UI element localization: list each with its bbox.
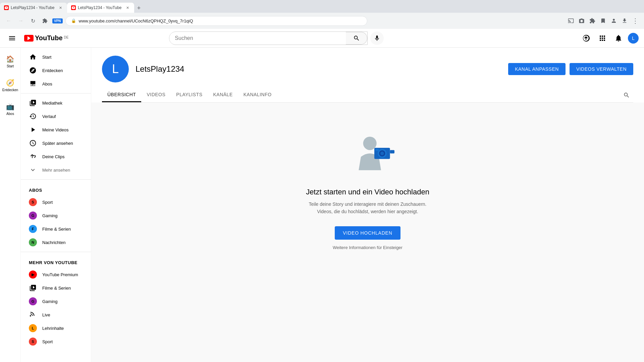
gaming2-icon: G: [29, 297, 37, 305]
tab-ubersicht[interactable]: ÜBERSICHT: [102, 88, 141, 102]
youtube-logo-text: YouTube: [35, 34, 63, 42]
extensions-toolbar-icon[interactable]: [588, 16, 597, 25]
video-hochladen-button[interactable]: VIDEO HOCHLADEN: [335, 226, 400, 240]
youtube-logo-icon: [24, 35, 34, 42]
yt-premium-icon: ▶: [29, 270, 37, 279]
tab-2-close[interactable]: ✕: [125, 5, 130, 10]
tab-bar: LetsPlay1234 - YouTube ✕ LetsPlay1234 - …: [0, 0, 644, 13]
extensions-button[interactable]: [40, 16, 50, 25]
sidebar-item-gaming2[interactable]: G Gaming: [23, 295, 88, 308]
videos-verwalten-button[interactable]: VIDEOS VERWALTEN: [570, 63, 633, 75]
sidebar-item-spaeter[interactable]: Später ansehen: [23, 136, 88, 150]
sidebar-icon-start[interactable]: 🏠 Start: [0, 50, 21, 73]
tab-videos[interactable]: VIDEOS: [141, 88, 171, 102]
tab-1-favicon: [4, 5, 9, 10]
youtube-sidebar: Start Entdecken Abos Mediathek: [21, 48, 91, 362]
tab-kanalinfo[interactable]: KANALINFO: [238, 88, 277, 102]
sidebar-icon-entdecken[interactable]: 🧭 Entdecken: [0, 74, 21, 97]
sidebar-item-entdecken[interactable]: Entdecken: [23, 64, 88, 77]
subscription-icon: 📺: [6, 103, 14, 111]
sidebar-item-filme-serien[interactable]: F Filme & Serien: [23, 222, 88, 236]
voice-search-button[interactable]: [370, 32, 384, 45]
download-icon[interactable]: [620, 16, 629, 25]
tab-2[interactable]: LetsPlay1234 - YouTube ✕: [67, 3, 134, 13]
sport2-icon: S: [29, 338, 37, 346]
clips-icon: [29, 153, 37, 161]
abos-section-title: ABOS: [21, 182, 91, 195]
address-bar: ← → ↻ VPN 🔒 www.youtube.com/channel/UCoc…: [0, 13, 644, 29]
svg-rect-2: [390, 150, 394, 154]
gaming2-label: Gaming: [42, 299, 58, 304]
empty-state: Jetzt starten und ein Video hochladen Te…: [91, 103, 644, 277]
user-avatar[interactable]: L: [628, 33, 639, 44]
sidebar-item-abos[interactable]: Abos: [23, 77, 88, 90]
vpn-badge: VPN: [52, 18, 63, 23]
search-box: [169, 32, 368, 45]
nachrichten-channel-icon: N: [29, 238, 37, 246]
upload-button[interactable]: [580, 32, 593, 45]
filme-grid-icon: [29, 284, 37, 292]
youtube-body: 🏠 Start 🧭 Entdecken 📺 Abos Start: [0, 48, 644, 362]
sidebar-item-verlauf[interactable]: Verlauf: [23, 110, 88, 123]
tab-1[interactable]: LetsPlay1234 - YouTube ✕: [0, 3, 67, 13]
kanal-anpassen-button[interactable]: KANAL ANPASSEN: [508, 63, 566, 75]
gaming-channel-icon: G: [29, 212, 37, 220]
filme-label: Filme & Serien: [42, 227, 71, 232]
sidebar-item-filme-serien2[interactable]: Filme & Serien: [23, 281, 88, 295]
sidebar-item-start[interactable]: Start: [23, 50, 88, 64]
channel-search-button[interactable]: [620, 88, 633, 102]
sidebar-item-mehr-ansehen[interactable]: Mehr ansehen: [23, 163, 88, 177]
subscriptions-icon: [29, 80, 37, 88]
search-input[interactable]: [169, 33, 346, 44]
cast-icon[interactable]: [566, 16, 576, 25]
sidebar-item-nachrichten[interactable]: N Nachrichten: [23, 236, 88, 249]
refresh-button[interactable]: ↻: [28, 16, 38, 25]
profile-icon[interactable]: [609, 16, 619, 25]
youtube-main-content: L LetsPlay1234 KANAL ANPASSEN VIDEOS VER…: [91, 48, 644, 362]
sidebar-item-sport[interactable]: S Sport: [23, 195, 88, 209]
menu-icon[interactable]: ⋮: [631, 16, 640, 25]
browser-toolbar-right: ⋮: [566, 16, 640, 25]
tab-1-title: LetsPlay1234 - YouTube: [11, 5, 54, 10]
more-info-link[interactable]: Weitere Informationen für Einsteiger: [333, 245, 402, 250]
library-icon: [29, 99, 37, 107]
yt-premium-label: YouTube Premium: [42, 272, 78, 277]
sidebar-item-lehrinhalte[interactable]: L Lehrinhalte: [23, 321, 88, 335]
lehrinhalte-label: Lehrinhalte: [42, 326, 64, 331]
tab-2-title: LetsPlay1234 - YouTube: [78, 5, 121, 10]
divider-1: [21, 93, 91, 94]
tab-kanale[interactable]: KANÄLE: [208, 88, 238, 102]
live-icon: [29, 311, 37, 319]
sidebar-item-meine-videos[interactable]: Meine Videos: [23, 123, 88, 136]
lehrinhalte-icon: L: [29, 324, 37, 332]
url-text: www.youtube.com/channel/UCocN6zQPHQZ_0yv…: [79, 18, 193, 23]
sport2-label: Sport: [42, 339, 53, 344]
sidebar-item-sport2[interactable]: S Sport: [23, 335, 88, 348]
tab-1-close[interactable]: ✕: [58, 5, 63, 10]
sidebar-item-clips[interactable]: Deine Clips: [23, 150, 88, 163]
sidebar-icon-abos[interactable]: 📺 Abos: [0, 98, 21, 120]
search-container: [169, 32, 384, 45]
svg-point-0: [363, 137, 377, 150]
url-bar[interactable]: 🔒 www.youtube.com/channel/UCocN6zQPHQZ_0…: [65, 16, 367, 26]
tab-playlists[interactable]: PLAYLISTS: [171, 88, 208, 102]
search-button[interactable]: [346, 32, 367, 45]
sidebar-item-gaming[interactable]: G Gaming: [23, 209, 88, 222]
youtube-logo[interactable]: YouTube DE: [24, 34, 68, 42]
back-button[interactable]: ←: [4, 16, 13, 25]
apps-button[interactable]: [596, 32, 609, 45]
filme-channel-icon: F: [29, 225, 37, 233]
sidebar-item-mediathek[interactable]: Mediathek: [23, 96, 88, 110]
screenshot-icon[interactable]: [577, 16, 586, 25]
sport-label: Sport: [42, 200, 53, 205]
forward-button[interactable]: →: [16, 16, 25, 25]
notifications-button[interactable]: [612, 32, 625, 45]
sidebar-item-live[interactable]: Live: [23, 308, 88, 321]
hamburger-menu-button[interactable]: [5, 32, 19, 45]
divider-2: [21, 179, 91, 180]
youtube-header: YouTube DE L: [0, 29, 644, 48]
new-tab-button[interactable]: +: [134, 3, 144, 13]
channel-info: L LetsPlay1234 KANAL ANPASSEN VIDEOS VER…: [102, 56, 633, 82]
bookmark-icon[interactable]: [598, 16, 608, 25]
sidebar-item-yt-premium[interactable]: ▶ YouTube Premium: [23, 268, 88, 281]
